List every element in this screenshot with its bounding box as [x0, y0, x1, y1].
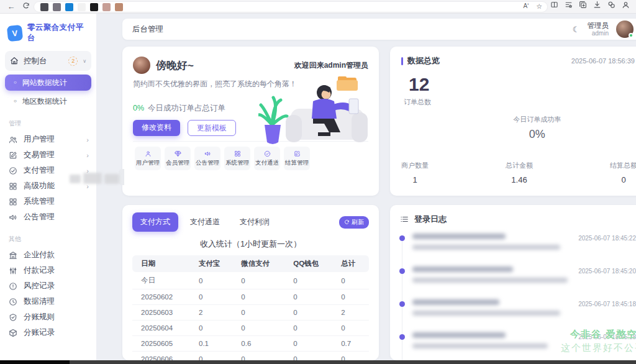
favicon-0[interactable]: [40, 3, 48, 11]
sidebar-item-数据清理[interactable]: 数据清理: [0, 294, 96, 309]
sidebar-item-交易管理[interactable]: 交易管理›: [0, 147, 96, 163]
refresh-icon[interactable]: [20, 1, 32, 13]
stat-settlement-total: 结算总额 0: [610, 161, 636, 184]
browser-toolbar-icons: [550, 1, 635, 9]
timeline-dot-icon: [399, 334, 405, 340]
extensions-icon[interactable]: [607, 1, 616, 9]
table-cell: 0: [336, 289, 369, 305]
shortcut-label: 支付通道: [255, 159, 279, 167]
sidebar-section-label: 其他: [9, 235, 88, 243]
favicon-4[interactable]: [90, 3, 98, 11]
table-row: 今日0000: [132, 272, 369, 289]
greeting-avatar: [133, 57, 150, 74]
table-cell: 0: [288, 272, 336, 289]
sidebar-item-付款记录[interactable]: 付款记录: [0, 263, 96, 278]
sidebar-item-风控记录[interactable]: 风控记录: [0, 278, 96, 294]
greeting-card: 傍晚好~ 欢迎回来admin管理员 简约而不失优雅的界面，照亮了系统的每个角落！…: [122, 47, 379, 196]
shortcut-支付通道[interactable]: 支付通道: [254, 147, 280, 170]
favicon-6[interactable]: [115, 3, 123, 11]
sidebar-section-label: 管理: [9, 119, 88, 128]
list-icon: [400, 215, 409, 224]
table-header: 总计: [336, 255, 369, 272]
table-cell: 2: [336, 305, 369, 321]
tab-payment-method[interactable]: 支付方式: [132, 212, 178, 232]
tab-payment-profit[interactable]: 支付利润: [232, 212, 278, 232]
downloads-icon[interactable]: [593, 1, 601, 9]
table-cell: 0: [336, 321, 369, 336]
sidebar: V 零云聚合支付平台 控制台 2 ∨ ○网站数据统计○地区数据统计 管理用户管理…: [0, 14, 96, 360]
edit-profile-button[interactable]: 修改资料: [133, 120, 180, 136]
title-accent-bar: [401, 57, 403, 65]
favicon-3[interactable]: [78, 3, 86, 11]
app-logo[interactable]: V 零云聚合支付平台: [0, 20, 96, 50]
shortcut-结算管理[interactable]: 结算管理: [284, 147, 310, 170]
refresh-button[interactable]: 刷新: [339, 216, 369, 229]
success-percent-label: 今日成功订单占总订单: [148, 104, 225, 112]
sidebar-item-label: 公告管理: [24, 212, 55, 222]
sidebar-item-高级功能[interactable]: 高级功能›: [0, 178, 96, 194]
sidebar-item-企业付款[interactable]: 企业付款: [0, 247, 96, 263]
console-badge: 2: [68, 57, 78, 66]
drawer-handle[interactable]: [119, 169, 124, 185]
update-template-button[interactable]: 更新模板: [188, 120, 236, 136]
grid-icon: [9, 182, 17, 191]
back-arrow-icon[interactable]: ←: [5, 1, 17, 13]
timeline-dot-icon: [399, 268, 405, 274]
favicon-2[interactable]: [65, 3, 73, 11]
table-header: 日期: [132, 255, 194, 272]
sidebar-item-分账规则[interactable]: 分账规则: [0, 309, 96, 325]
user-icon: [145, 150, 152, 157]
sidebar-item-支付管理[interactable]: 支付管理›: [0, 163, 96, 178]
read-aloud-icon[interactable]: Aʹ: [524, 2, 529, 11]
split-screen-icon[interactable]: [550, 1, 558, 9]
table-cell: 0: [288, 336, 336, 352]
avatar[interactable]: [616, 20, 634, 38]
table-cell: 20250602: [132, 289, 194, 305]
table-cell: 0: [236, 289, 288, 305]
redacted-log-detail: [412, 245, 560, 250]
table-cell: 0: [194, 272, 236, 289]
bottom-taskbar-black-segment: [0, 360, 70, 364]
watermark-line1: 今非谷 爱憨空鸣: [570, 329, 636, 340]
moon-icon[interactable]: ☾: [573, 25, 580, 34]
sidebar-item-用户管理[interactable]: 用户管理›: [0, 132, 96, 147]
shield-icon: [9, 313, 17, 322]
logo-icon: V: [7, 24, 23, 41]
browser-toolbar: ← Aʹ ☆: [0, 0, 636, 14]
shortcut-label: 公告管理: [196, 159, 219, 167]
sidebar-subitem-1[interactable]: ○地区数据统计: [5, 93, 91, 109]
table-cell: 0: [236, 305, 288, 321]
sidebar-item-label: 支付管理: [24, 165, 55, 176]
shortcut-公告管理[interactable]: 公告管理: [194, 147, 220, 170]
log-entry-time: 2025-06-07 18:45:18: [578, 301, 636, 307]
sidebar-item-label: 用户管理: [24, 134, 55, 145]
address-bar[interactable]: Aʹ ☆: [34, 1, 548, 12]
favicon-5[interactable]: [102, 3, 111, 11]
users-icon: [9, 135, 17, 144]
collections-icon[interactable]: [565, 1, 573, 9]
tab-payment-channel[interactable]: 支付通道: [182, 212, 228, 232]
sidebar-item-label: 系统管理: [24, 196, 55, 207]
table-cell: 20250604: [132, 321, 194, 336]
shortcut-会员管理[interactable]: 会员管理: [165, 147, 191, 170]
sidebar-item-分账记录[interactable]: 分账记录: [0, 325, 96, 340]
grid-icon: [234, 150, 241, 157]
alert-circle-icon: [9, 282, 17, 291]
chevron-right-icon: ›: [86, 152, 89, 159]
sidebar-item-公告管理[interactable]: 公告管理: [0, 209, 96, 225]
success-percent: 0%: [133, 104, 144, 112]
income-table: 日期支付宝微信支付QQ钱包总计 今日0000202506020000202506…: [132, 255, 369, 364]
shortcut-系统管理[interactable]: 系统管理: [224, 147, 250, 170]
favorite-star-icon[interactable]: ☆: [536, 2, 542, 11]
sidebar-item-console[interactable]: 控制台 2 ∨: [5, 51, 91, 71]
sidebar-subitem-0[interactable]: ○网站数据统计: [5, 75, 91, 91]
home-icon: [10, 57, 19, 65]
profile-icon[interactable]: [622, 1, 630, 9]
login-log-title: 登录日志: [414, 214, 447, 225]
user-info[interactable]: 管理员 admin: [588, 22, 609, 37]
shortcut-用户管理[interactable]: 用户管理: [135, 147, 161, 170]
bullet-icon: ○: [14, 80, 17, 85]
tab-stack-icon[interactable]: [579, 1, 587, 9]
favicon-1[interactable]: [53, 3, 61, 11]
sidebar-item-系统管理[interactable]: 系统管理: [0, 194, 96, 209]
